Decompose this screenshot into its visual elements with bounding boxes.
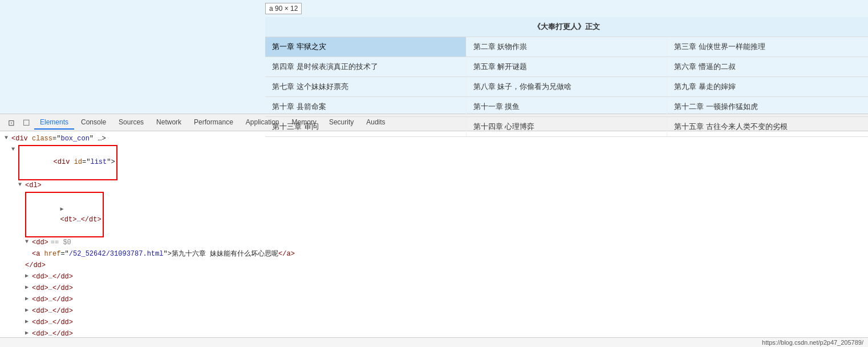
devtools-tab-elements[interactable]: Elements: [34, 116, 74, 130]
element-tooltip: a 90 × 12: [265, 3, 302, 14]
code-line: ▶ <dd>…</dd>: [0, 283, 868, 294]
mobile-icon[interactable]: ☐: [19, 116, 33, 130]
expand-arrow[interactable]: ▶: [25, 329, 32, 338]
code-line: ▶ <dd>…</dd>: [0, 272, 868, 283]
expand-arrow[interactable]: ▼: [5, 134, 11, 143]
table-title: 《大奉打更人》正文: [265, 17, 868, 37]
chapter-rows: 第一章 牢狱之灾第二章 妖物作祟第三章 仙侠世界一样能推理第四章 是时候表演真正…: [265, 37, 868, 137]
chapter-cell[interactable]: 第二章 妖物作祟: [467, 37, 668, 57]
chapter-cell[interactable]: 第十一章 摸鱼: [467, 97, 668, 116]
chapter-cell[interactable]: 第七章 这个妹妹好票亮: [265, 77, 467, 96]
code-line: ▼ <dd> == $0: [0, 237, 868, 249]
expand-arrow[interactable]: ▶: [25, 306, 32, 315]
highlight-div-list: <div id="list">: [18, 145, 117, 180]
code-line: ▼ <div id="list">: [0, 145, 868, 180]
expand-arrow[interactable]: ▼: [11, 145, 18, 154]
cursor-icon[interactable]: ⊡: [5, 116, 18, 130]
code-panel[interactable]: ▼ <div class="box_con" …> ▼ <div id="lis…: [0, 131, 868, 347]
chapter-cell[interactable]: 第九章 暴走的婶婶: [667, 77, 868, 96]
code-line: </dd>: [0, 260, 868, 272]
code-line: <a href="/52_52642/31093787.html">第九十六章 …: [0, 249, 868, 260]
devtools-tab-network[interactable]: Network: [151, 116, 187, 130]
code-line: ▼ <dl>: [0, 180, 868, 192]
code-line: ▶ <dd>…</dd>: [0, 294, 868, 306]
chapter-cell[interactable]: 第十四章 心理博弈: [467, 117, 668, 136]
preview-area: a 90 × 12 《大奉打更人》正文 第一章 牢狱之灾第二章 妖物作祟第三章 …: [0, 0, 868, 114]
code-line: ▶ <dt>…</dt>: [0, 192, 868, 238]
chapter-cell[interactable]: 第五章 解开谜题: [467, 57, 668, 76]
devtools-tab-console[interactable]: Console: [75, 116, 112, 130]
expand-arrow[interactable]: ▶: [60, 205, 67, 214]
devtools-body: ▼ <div class="box_con" …> ▼ <div id="lis…: [0, 131, 868, 347]
highlight-dt: ▶ <dt>…</dt>: [25, 192, 104, 238]
tag: <div: [11, 134, 32, 144]
devtools-tab-performance[interactable]: Performance: [188, 116, 239, 130]
chapter-cell[interactable]: 第八章 妹子，你偷看为兄做啥: [467, 77, 668, 96]
expand-arrow[interactable]: ▼: [25, 237, 32, 247]
chapter-cell[interactable]: 第一章 牢狱之灾: [265, 37, 467, 57]
code-line: ▶ <dd>…</dd>: [0, 317, 868, 329]
chapter-cell[interactable]: 第十二章 一顿操作猛如虎: [667, 97, 868, 116]
chapter-cell[interactable]: 第十章 县箭命案: [265, 97, 467, 116]
chapter-cell[interactable]: 第三章 仙侠世界一样能推理: [667, 37, 868, 57]
code-line: ▶ <dd>…</dd>: [0, 306, 868, 317]
chapter-cell[interactable]: 第十三章 审问: [265, 117, 467, 136]
expand-arrow[interactable]: ▶: [25, 294, 32, 304]
status-url: https://blog.csdn.net/p2p47_205789/: [762, 339, 863, 346]
expand-arrow[interactable]: ▼: [18, 180, 25, 189]
status-bar: https://blog.csdn.net/p2p47_205789/: [0, 337, 868, 347]
chapter-cell[interactable]: 第十五章 古往今来人类不变的劣根: [667, 117, 868, 136]
chapter-cell[interactable]: 第六章 懵逼的二叔: [667, 57, 868, 76]
chapter-cell[interactable]: 第四章 是时候表演真正的技术了: [265, 57, 467, 76]
chapter-table: 《大奉打更人》正文 第一章 牢狱之灾第二章 妖物作祟第三章 仙侠世界一样能推理第…: [265, 17, 868, 114]
expand-arrow[interactable]: ▶: [25, 272, 32, 281]
devtools-tab-sources[interactable]: Sources: [113, 116, 149, 130]
expand-arrow[interactable]: ▶: [25, 317, 32, 326]
expand-arrow[interactable]: ▶: [25, 283, 32, 292]
